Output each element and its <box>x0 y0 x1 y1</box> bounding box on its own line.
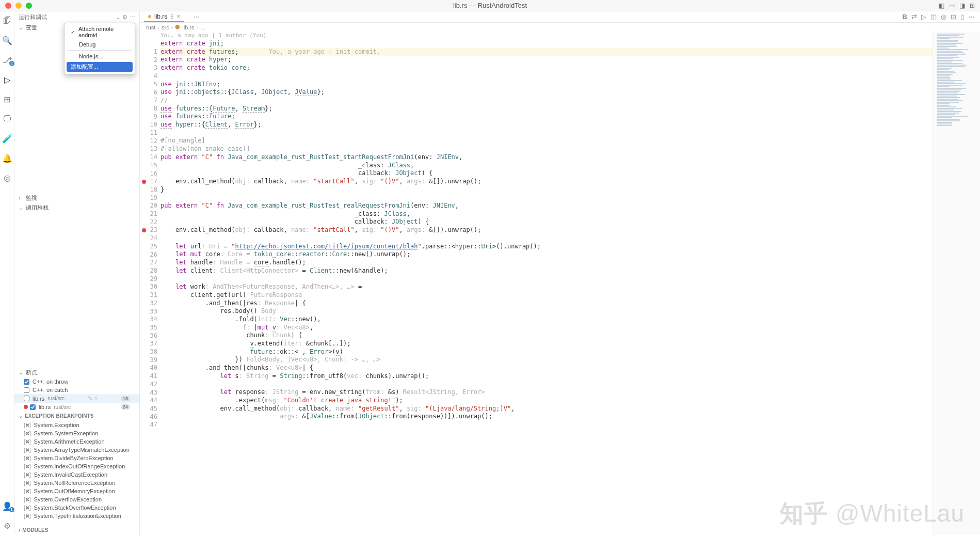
code-line[interactable]: env.call_method(obj: callback, name: "st… <box>160 178 933 186</box>
toolbar-square-icon[interactable]: ⊡ <box>951 13 956 21</box>
code-line[interactable]: pub extern "C" fn Java_com_example_rust_… <box>160 153 933 162</box>
run-debug-icon[interactable]: ▷ <box>2 74 12 85</box>
line-number[interactable]: 19 <box>140 194 157 202</box>
toolbar-bold-icon[interactable]: B <box>903 13 907 21</box>
config-item-add-config[interactable]: 添加配置... <box>67 62 133 72</box>
line-number[interactable]: 15 <box>140 162 157 170</box>
exception-item[interactable]: [✖]System.NullReferenceException <box>14 479 139 487</box>
code-line[interactable]: let url: Uri = "http://echo.jsontest.com… <box>160 243 933 251</box>
code-line[interactable]: }) Fold<Body, |Vec<u8>, Chunk| -> …, …> <box>160 356 933 364</box>
code-line[interactable]: .and_then(|res: Response| { <box>160 300 933 308</box>
line-number[interactable]: 12 <box>140 137 157 146</box>
code-line[interactable]: extern crate tokio_core; <box>160 64 933 72</box>
code-line[interactable]: let mut core: Core = tokio_core::reactor… <box>160 250 933 259</box>
code-line[interactable]: let client: Client<HttpConnector> = Clie… <box>160 267 933 275</box>
close-window-button[interactable] <box>5 3 11 9</box>
line-number[interactable]: 20 <box>140 202 157 210</box>
tab-close-icon[interactable]: × <box>176 13 180 20</box>
exception-item[interactable]: [✖]System.OutOfMemoryException <box>14 487 139 495</box>
debug-settings-icon[interactable]: ⚙ <box>122 14 127 21</box>
debug-config-dropdown-icon[interactable]: ⌄ <box>116 14 120 21</box>
code-line[interactable]: .expect(msg: "Couldn't create java strin… <box>160 397 933 405</box>
layout-panel-bottom-icon[interactable]: ▭ <box>948 2 955 9</box>
line-number[interactable]: 47 <box>140 421 157 429</box>
edit-icon[interactable]: ✎ <box>88 395 92 402</box>
code-line[interactable]: chunk: Chunk| { <box>160 332 933 340</box>
code-line[interactable] <box>160 234 933 243</box>
code-line[interactable]: } <box>160 186 933 194</box>
line-number[interactable]: 43 <box>140 389 157 397</box>
line-number[interactable]: 31 <box>140 291 157 300</box>
code-line[interactable] <box>160 275 933 283</box>
code-line[interactable]: let work: AndThen<FutureResponse, AndThe… <box>160 283 933 291</box>
line-number[interactable]: 6 <box>140 89 157 97</box>
breakpoint-checkbox[interactable] <box>24 387 29 393</box>
line-number[interactable]: 18 <box>140 186 157 194</box>
line-number[interactable]: 13 <box>140 145 157 153</box>
line-number[interactable]: 22 <box>140 218 157 227</box>
search-icon[interactable]: 🔍 <box>2 35 12 45</box>
code-line[interactable]: callback: JObject) { <box>160 169 933 178</box>
line-number[interactable]: 34 <box>140 316 157 324</box>
line-gutter[interactable]: 1234567891011121314151617181920212223242… <box>140 32 160 535</box>
explorer-icon[interactable]: 🗐 <box>2 15 12 26</box>
line-number[interactable]: 36 <box>140 332 157 340</box>
code-line[interactable]: client.get(url) FutureResponse <box>160 291 933 300</box>
line-number[interactable]: 16 <box>140 170 157 178</box>
code-editor[interactable]: 1234567891011121314151617181920212223242… <box>140 32 980 535</box>
code-line[interactable]: env.call_method(obj: callback, name: "ge… <box>160 405 933 413</box>
line-number[interactable]: 35 <box>140 324 157 332</box>
tabs-overflow-icon[interactable]: ⋯ <box>190 13 203 21</box>
config-item-nodejs[interactable]: Node.js... <box>65 52 135 61</box>
breadcrumb-item[interactable]: lib.rs <box>182 24 194 30</box>
line-number[interactable]: 40 <box>140 364 157 372</box>
line-number[interactable]: 45 <box>140 405 157 413</box>
line-number[interactable]: 44 <box>140 397 157 405</box>
source-control-icon[interactable]: ⎇2 <box>2 55 12 65</box>
notifications-icon[interactable]: 🔔 <box>2 153 12 163</box>
line-number[interactable]: 30 <box>140 283 157 291</box>
code-line[interactable]: args: &[JValue::from(JObject::from(respo… <box>160 413 933 421</box>
accounts-icon[interactable]: 👤1 <box>2 501 12 511</box>
line-number[interactable]: 28 <box>140 267 157 275</box>
toolbar-compare-icon[interactable]: ⇄ <box>911 13 917 21</box>
breakpoint-marker-icon[interactable] <box>142 180 146 184</box>
line-number[interactable]: 32 <box>140 300 157 308</box>
config-item-debug[interactable]: Debug <box>65 40 135 49</box>
code-line[interactable]: let response: JString = env.new_string(f… <box>160 388 933 397</box>
breakpoint-item[interactable]: C++: on throw <box>14 377 139 386</box>
exception-breakpoints-header[interactable]: ⌄EXCEPTION BREAKPOINTS <box>14 411 139 421</box>
watch-section[interactable]: ›监视 <box>14 193 139 203</box>
code-line[interactable]: f: |mut v: Vec<u8>, <box>160 324 933 332</box>
code-line[interactable] <box>160 72 933 81</box>
code-content[interactable]: You, a day ago | 1 author (You)extern cr… <box>160 32 933 535</box>
codelens[interactable]: You, a day ago | 1 author (You) <box>160 32 933 40</box>
callstack-section[interactable]: ⌄调用堆栈 <box>14 203 139 213</box>
breakpoint-checkbox[interactable] <box>24 396 29 401</box>
exception-item[interactable]: [✖]System.SystemException <box>14 429 139 437</box>
extensions-icon[interactable]: ⊞ <box>2 94 12 104</box>
code-line[interactable]: _class: JClass, <box>160 210 933 218</box>
code-line[interactable]: use jni::objects::{JClass, JObject, JVal… <box>160 88 933 97</box>
settings-gear-icon[interactable]: ⚙ <box>2 521 12 531</box>
breadcrumb[interactable]: rust› src› ⬢ lib.rs› ... <box>140 23 980 32</box>
toolbar-circle-icon[interactable]: ◎ <box>941 13 946 21</box>
line-number[interactable]: 14 <box>140 153 157 162</box>
line-number[interactable]: 11 <box>140 129 157 137</box>
line-number[interactable]: 2 <box>140 56 157 65</box>
code-line[interactable]: #[allow(non_snake_case)] <box>160 145 933 153</box>
line-number[interactable]: 21 <box>140 210 157 218</box>
layout-panel-right-icon[interactable]: ◨ <box>958 2 966 9</box>
line-number[interactable]: 33 <box>140 308 157 316</box>
config-item-attach-remote-android[interactable]: ✓Attach remote android <box>65 24 135 40</box>
code-line[interactable]: callback: JObject) { <box>160 218 933 226</box>
line-number[interactable]: 39 <box>140 356 157 365</box>
line-number[interactable]: 4 <box>140 72 157 81</box>
toolbar-more-icon[interactable]: ⋯ <box>968 13 975 21</box>
line-number[interactable]: 8 <box>140 105 157 113</box>
line-number[interactable]: 46 <box>140 413 157 421</box>
code-line[interactable]: extern crate jni; <box>160 40 933 48</box>
exception-item[interactable]: [✖]System.StackOverflowException <box>14 503 139 512</box>
code-line[interactable]: // <box>160 97 933 105</box>
minimize-window-button[interactable] <box>15 3 22 9</box>
